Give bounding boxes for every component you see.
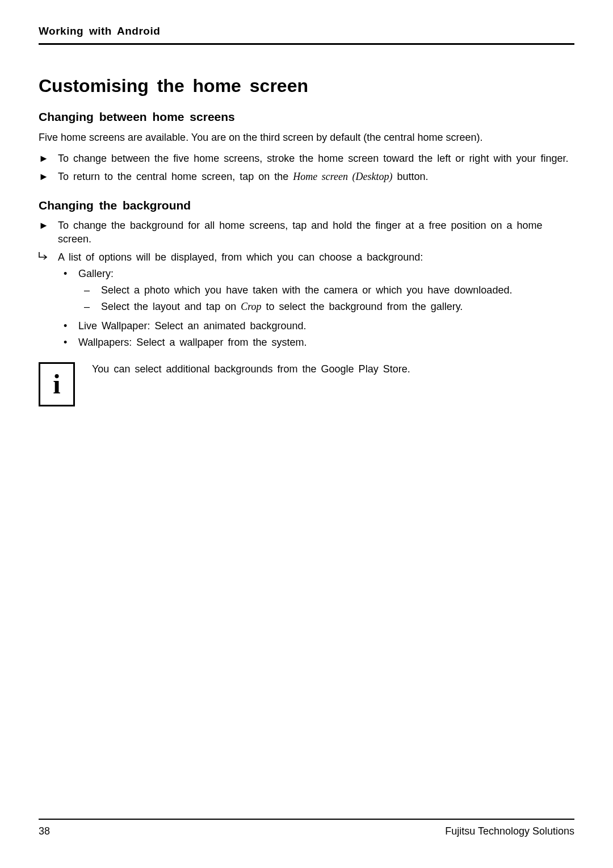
heading-level-1: Customising the home screen — [39, 76, 574, 97]
page-footer: 38 Fujitsu Technology Solutions — [39, 819, 574, 837]
result-text: A list of options will be displayed, fro… — [58, 251, 574, 352]
section-a-steps: ► To change between the five home screen… — [39, 152, 574, 184]
list-item: – Select the layout and tap on Crop to s… — [78, 300, 574, 314]
italic-term: Crop — [241, 301, 261, 312]
dash-text: Select the layout and tap on Crop to sel… — [101, 300, 574, 314]
list-item: – Select a photo which you have taken wi… — [78, 283, 574, 297]
step-text: To return to the central home screen, ta… — [58, 170, 574, 184]
bullet-icon: • — [58, 267, 78, 317]
page-number: 38 — [39, 825, 50, 837]
list-item: • Gallery: – Select a photo which you ha… — [58, 267, 574, 317]
running-head: Working with Android — [39, 25, 574, 45]
footer-company: Fujitsu Technology Solutions — [445, 825, 574, 837]
dash-icon: – — [78, 300, 101, 314]
dash-text: Select a photo which you have taken with… — [101, 283, 574, 297]
list-item: • Live Wallpaper: Select an animated bac… — [58, 319, 574, 333]
triangle-icon: ► — [39, 219, 58, 246]
list-item: • Wallpapers: Select a wallpaper from th… — [58, 336, 574, 350]
info-note-text: You can select additional backgrounds fr… — [92, 362, 410, 375]
bullet-icon: • — [58, 319, 78, 333]
text-fragment: to select the background from the galler… — [262, 301, 463, 312]
footer-line: 38 Fujitsu Technology Solutions — [39, 825, 574, 837]
step-text: To change between the five home screens,… — [58, 152, 574, 166]
heading-changing-between: Changing between home screens — [39, 110, 574, 124]
options-list: • Gallery: – Select a photo which you ha… — [58, 267, 574, 350]
bullet-text: Wallpapers: Select a wallpaper from the … — [78, 336, 574, 350]
footer-rule — [39, 819, 574, 820]
text-fragment: To return to the central home screen, ta… — [58, 171, 293, 182]
step-item: ► To return to the central home screen, … — [39, 170, 574, 184]
option-label: Gallery: — [78, 268, 114, 279]
bullet-icon: • — [58, 336, 78, 350]
step-item: ► To change the background for all home … — [39, 219, 574, 246]
step-item: ► To change between the five home screen… — [39, 152, 574, 166]
text-fragment: button. — [393, 171, 429, 182]
bullet-text: Gallery: – Select a photo which you have… — [78, 267, 574, 317]
result-arrow-icon — [39, 251, 58, 352]
dash-icon: – — [78, 283, 101, 297]
bullet-text: Live Wallpaper: Select an animated backg… — [78, 319, 574, 333]
result-intro-text: A list of options will be displayed, fro… — [58, 251, 423, 263]
result-item: A list of options will be displayed, fro… — [39, 251, 574, 352]
italic-term: Home screen (Desktop) — [293, 171, 392, 182]
step-text: To change the background for all home sc… — [58, 219, 574, 246]
heading-changing-background: Changing the background — [39, 199, 574, 212]
triangle-icon: ► — [39, 170, 58, 184]
triangle-icon: ► — [39, 152, 58, 166]
document-page: Working with Android Customising the hom… — [0, 0, 613, 868]
info-letter-icon: i — [53, 371, 60, 398]
section-b-steps: ► To change the background for all home … — [39, 219, 574, 352]
text-fragment: Select the layout and tap on — [101, 301, 241, 312]
dash-list: – Select a photo which you have taken wi… — [78, 283, 574, 314]
info-note-row: i You can select additional backgrounds … — [39, 362, 574, 406]
section-a-intro: Five home screens are available. You are… — [39, 131, 574, 144]
info-box-icon: i — [39, 362, 75, 406]
